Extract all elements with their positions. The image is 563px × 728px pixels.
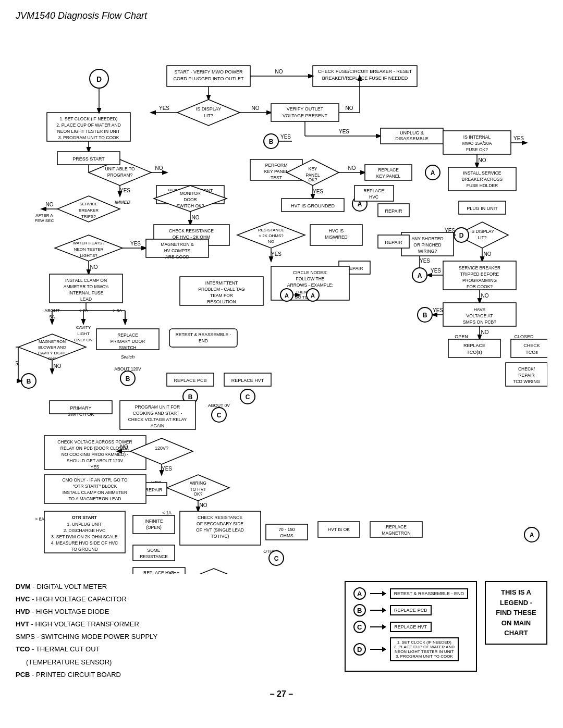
svg-text:BREAKER ACROSS: BREAKER ACROSS	[462, 177, 503, 182]
svg-text:VOLTAGE AT: VOLTAGE AT	[466, 313, 493, 318]
svg-text:PERFORM: PERFORM	[265, 163, 288, 168]
legend-text: DVM - DIGITAL VOLT METER HVC - HIGH VOLT…	[16, 581, 334, 682]
legend-arrow-b	[370, 610, 386, 611]
svg-text:YES: YES	[339, 129, 349, 134]
legend-arrow-a	[370, 593, 386, 594]
svg-text:FUSE OK?: FUSE OK?	[466, 147, 488, 152]
svg-text:PRIMARY: PRIMARY	[70, 405, 92, 411]
legend-arrow-line-b	[370, 610, 386, 611]
svg-text:A: A	[418, 272, 422, 279]
svg-text:OR PINCHED: OR PINCHED	[413, 242, 441, 248]
svg-text:B: B	[27, 378, 31, 385]
svg-text:NO: NO	[479, 157, 486, 163]
svg-text:ANY SHORTED: ANY SHORTED	[411, 236, 443, 241]
svg-text:3. PROGRAM UNIT TO COOK: 3. PROGRAM UNIT TO COOK	[58, 135, 119, 140]
svg-text:A: A	[285, 292, 289, 299]
svg-text:BREAKER: BREAKER	[79, 208, 99, 213]
svg-text:MAGNETRON: MAGNETRON	[39, 339, 66, 344]
svg-text:PRIMARY DOOR: PRIMARY DOOR	[111, 339, 145, 344]
svg-text:AMMETER TO MWO's: AMMETER TO MWO's	[64, 284, 108, 289]
svg-text:70 - 150: 70 - 150	[278, 527, 295, 532]
svg-text:D: D	[96, 75, 102, 83]
page-number: – 27 –	[16, 689, 547, 699]
svg-text:LIT?: LIT?	[204, 113, 213, 118]
svg-text:REPLACE: REPLACE	[386, 524, 407, 529]
svg-text:IS DISPLAY: IS DISPLAY	[470, 229, 494, 234]
svg-text:KEY PANEL: KEY PANEL	[264, 169, 289, 174]
svg-text:TO GROUND: TO GROUND	[71, 547, 98, 552]
svg-text:SWITCH OK?: SWITCH OK?	[177, 203, 204, 208]
svg-text:RESISTANCE: RESISTANCE	[258, 228, 285, 232]
svg-text:1. UNPLUG UNIT: 1. UNPLUG UNIT	[67, 522, 102, 527]
svg-text:OK?: OK?	[308, 177, 317, 182]
svg-text:HVT IS OK: HVT IS OK	[328, 527, 350, 532]
legend-dest-b: REPLACE PCB	[390, 605, 432, 615]
svg-text:SHOULD GET ABOUT 120V: SHOULD GET ABOUT 120V	[67, 458, 124, 463]
svg-text:INSTALL SERVICE: INSTALL SERVICE	[463, 170, 501, 176]
legend-arrow-c	[370, 626, 386, 627]
svg-text:ARROWS - EXAMPLE:: ARROWS - EXAMPLE:	[287, 282, 333, 288]
svg-text:CAVITY LIGHT: CAVITY LIGHT	[38, 351, 66, 355]
svg-text:YES: YES	[313, 189, 323, 194]
hvc-legend: HVC - HIGH VOLTAGE CAPACITOR	[16, 594, 334, 605]
svg-text:RELAY ON PCB (DOOR CLOSED,: RELAY ON PCB (DOOR CLOSED,	[60, 446, 129, 451]
svg-text:TCO(s): TCO(s)	[467, 350, 482, 355]
svg-text:CMO ONLY - IF AN OTR, GO TO: CMO ONLY - IF AN OTR, GO TO	[62, 477, 128, 483]
svg-text:COOKING AND START -: COOKING AND START -	[133, 411, 182, 416]
svg-text:NO: NO	[346, 105, 353, 111]
svg-text:NO: NO	[481, 329, 489, 335]
svg-text:NO COOKING PROGRAMMED) -: NO COOKING PROGRAMMED) -	[62, 452, 129, 457]
legend-dest-c: REPLACE HVT	[390, 622, 432, 632]
svg-text:D: D	[459, 232, 464, 239]
svg-text:UNPLUG &: UNPLUG &	[400, 130, 424, 135]
svg-text:END: END	[199, 338, 208, 343]
svg-text:MAGNETRON: MAGNETRON	[382, 530, 410, 536]
svg-text:TEST: TEST	[271, 175, 282, 180]
svg-text:REPAIR: REPAIR	[145, 487, 163, 492]
svg-text:REPLACE HVT: REPLACE HVT	[231, 378, 264, 383]
svg-text:A: A	[311, 292, 315, 299]
svg-text:MISWIRED: MISWIRED	[325, 235, 347, 240]
legend-circle-a: A	[353, 587, 366, 600]
svg-text:SERVICE: SERVICE	[80, 202, 98, 206]
svg-text:LIGHTS?: LIGHTS?	[80, 253, 97, 258]
page-container: JVM1540 Diagnosis Flow Chart D START - V…	[0, 0, 563, 728]
page-title: JVM1540 Diagnosis Flow Chart	[16, 10, 547, 21]
svg-text:NO: NO	[268, 239, 274, 244]
legend-dest-a: RETEST & REASSEMBLE - END	[390, 588, 468, 599]
svg-text:YES: YES	[271, 251, 282, 257]
svg-text:REPLACE: REPLACE	[378, 167, 399, 172]
svg-text:BLOWER AND: BLOWER AND	[38, 345, 66, 350]
flowchart-area: D START - VERIFY MWO POWER CORD PLUGGED …	[16, 27, 547, 576]
svg-text:CHECK FUSE/CIRCUIT BREAKER - R: CHECK FUSE/CIRCUIT BREAKER - RESET	[318, 69, 412, 74]
svg-text:NO: NO	[252, 105, 260, 111]
svg-text:LIGHT: LIGHT	[77, 331, 90, 336]
svg-text:YES: YES	[169, 572, 180, 574]
svg-text:NO: NO	[192, 215, 200, 220]
svg-text:HVC: HVC	[369, 194, 378, 200]
svg-text:CHECK RESISTANCE: CHECK RESISTANCE	[198, 515, 242, 520]
svg-text:INSTALL CLAMP ON AMMETER: INSTALL CLAMP ON AMMETER	[63, 490, 128, 495]
legend-arrow-line-a	[370, 593, 386, 594]
svg-text:FEW SEC: FEW SEC	[35, 218, 54, 223]
tco-sub-legend: (TEMPERATURE SENSOR)	[16, 657, 334, 668]
svg-text:LIT?: LIT?	[478, 235, 486, 240]
svg-text:YES: YES	[120, 188, 130, 193]
svg-text:B: B	[126, 375, 130, 382]
svg-text:CAVITY: CAVITY	[76, 325, 91, 330]
legend-area: DVM - DIGITAL VOLT METER HVC - HIGH VOLT…	[16, 581, 547, 682]
svg-text:FUSE HOLDER: FUSE HOLDER	[467, 183, 498, 188]
svg-text:KEY PANEL: KEY PANEL	[376, 174, 401, 179]
svg-text:REPAIR: REPAIR	[385, 208, 402, 214]
svg-text:< 2K OHMS?: < 2K OHMS?	[259, 233, 284, 238]
svg-text:TO A MAGNETRON LEAD: TO A MAGNETRON LEAD	[69, 496, 121, 501]
legend-arrow-line-c	[370, 626, 386, 627]
svg-text:VERIFY OUTLET: VERIFY OUTLET	[287, 106, 324, 112]
svg-text:MONITOR: MONITOR	[180, 191, 201, 196]
svg-text:NO: NO	[275, 69, 283, 75]
svg-text:WATER HEATS /: WATER HEATS /	[73, 241, 105, 245]
svg-text:PROGRAM?: PROGRAM?	[107, 172, 133, 178]
svg-text:FOLLOW THE: FOLLOW THE	[296, 276, 324, 281]
hvd-legend: HVD - HIGH VOLTAGE DIODE	[16, 606, 334, 618]
svg-text:KEY: KEY	[308, 166, 317, 171]
